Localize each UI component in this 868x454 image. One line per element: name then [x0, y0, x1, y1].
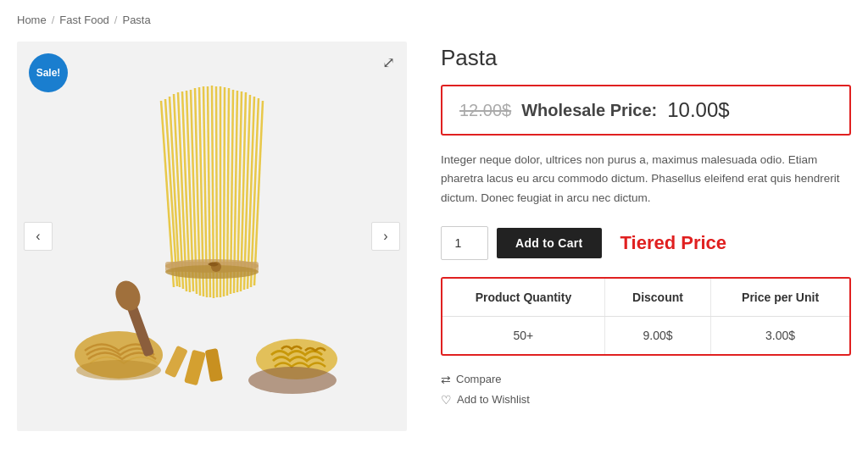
- heart-icon: ♡: [441, 393, 452, 407]
- right-arrow-icon: ›: [383, 229, 387, 244]
- breadcrumb-home[interactable]: Home: [17, 14, 47, 26]
- action-links: ⇄ Compare ♡ Add to Wishlist: [441, 373, 851, 407]
- svg-point-38: [248, 367, 337, 394]
- breadcrumb-sep2: /: [114, 14, 118, 26]
- compare-link[interactable]: ⇄ Compare: [441, 373, 851, 386]
- col-header-quantity: Product Quantity: [442, 279, 604, 317]
- next-image-button[interactable]: ›: [371, 222, 400, 251]
- product-image-area: Sale! ⤢ ‹: [17, 42, 407, 431]
- quantity-input[interactable]: [441, 226, 488, 260]
- product-info: Pasta 12.00$ Wholesale Price: 10.00$ Int…: [441, 42, 851, 407]
- wishlist-link[interactable]: ♡ Add to Wishlist: [441, 393, 851, 407]
- svg-point-31: [76, 360, 161, 380]
- prev-image-button[interactable]: ‹: [24, 222, 53, 251]
- breadcrumb-current: Pasta: [122, 14, 150, 26]
- product-title: Pasta: [441, 45, 851, 71]
- table-row: 50+ 9.00$ 3.00$: [442, 316, 849, 354]
- price-box: 12.00$ Wholesale Price: 10.00$: [441, 85, 851, 136]
- old-price: 12.00$: [459, 101, 511, 120]
- add-to-cart-row: Add to Cart Tiered Price: [441, 226, 851, 260]
- breadcrumb-sep1: /: [52, 14, 55, 26]
- wishlist-label: Add to Wishlist: [457, 393, 530, 406]
- row-discount: 9.00$: [604, 316, 710, 354]
- row-price-per-unit: 3.00$: [711, 316, 849, 354]
- tiered-price-table: Product Quantity Discount Price per Unit…: [441, 277, 851, 356]
- row-quantity: 50+: [442, 316, 604, 354]
- left-arrow-icon: ‹: [36, 229, 40, 244]
- compare-label: Compare: [456, 373, 501, 385]
- wholesale-label: Wholesale Price:: [521, 101, 657, 120]
- breadcrumb-category[interactable]: Fast Food: [59, 14, 109, 26]
- product-description: Integer neque dolor, ultrices non purus …: [441, 151, 851, 208]
- col-header-discount: Discount: [604, 279, 710, 317]
- col-header-price: Price per Unit: [711, 279, 849, 317]
- add-to-cart-button[interactable]: Add to Cart: [497, 228, 602, 258]
- expand-icon[interactable]: ⤢: [382, 53, 395, 72]
- new-price: 10.00$: [667, 98, 729, 122]
- tiered-price-label: Tiered Price: [620, 232, 727, 254]
- compare-icon: ⇄: [441, 373, 451, 386]
- breadcrumb: Home / Fast Food / Pasta: [17, 14, 851, 26]
- sale-badge: Sale!: [29, 53, 68, 92]
- product-image: [51, 67, 373, 406]
